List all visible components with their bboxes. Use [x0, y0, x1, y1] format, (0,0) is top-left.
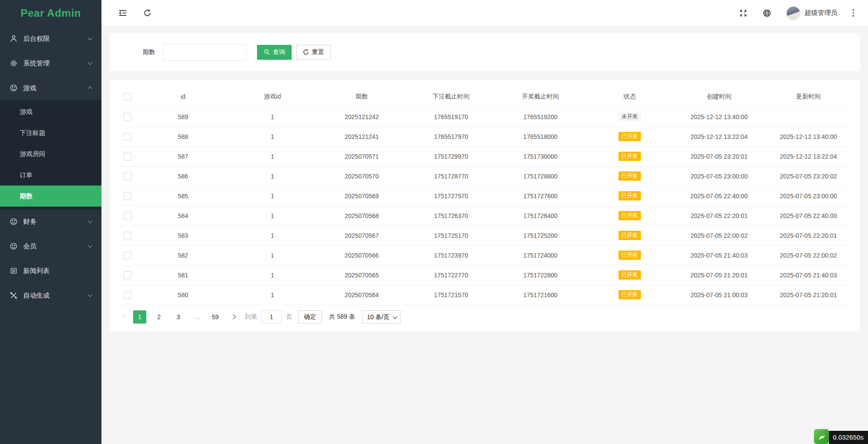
sidebar-item-members[interactable]: 会员	[0, 234, 101, 258]
cell-status: 已开奖	[585, 186, 674, 206]
cell-bet-deadline: 1751722770	[406, 265, 495, 285]
chevron-down-icon	[87, 218, 92, 223]
data-table: id 游戏id 期数 下注截止时间 开奖截止时间 状态 创建时间 更新时间	[116, 87, 853, 305]
gear-icon	[10, 59, 18, 68]
cell-draw-deadline: 1751730000	[496, 146, 585, 166]
row-checkbox[interactable]	[123, 192, 131, 200]
cell-bet-deadline: 1751725170	[406, 226, 495, 245]
status-badge: 已开奖	[618, 191, 641, 200]
cell-game-id: 1	[228, 226, 317, 245]
sidebar-item-auto-generate[interactable]: 自动生成	[0, 283, 101, 308]
select-all-checkbox[interactable]	[123, 93, 131, 101]
row-checkbox[interactable]	[123, 113, 131, 121]
page-button[interactable]: 1	[133, 310, 146, 324]
cell-id: 582	[138, 245, 228, 265]
page-ellipsis: ...	[191, 310, 204, 324]
cell-status: 已开奖	[585, 285, 674, 305]
chevron-down-icon	[87, 35, 92, 40]
cell-updated-time: 2025-07-05 22:00:02	[764, 245, 853, 265]
cell-created-time: 2025-07-05 23:20:01	[674, 146, 763, 166]
cell-updated-time: 2025-07-05 21:40:03	[764, 265, 853, 285]
sidebar-item-label: 后台权限	[23, 35, 88, 43]
jump-page-input[interactable]	[261, 310, 282, 324]
sidebar-item-label: 财务	[23, 218, 88, 226]
query-button[interactable]: 查询	[257, 45, 292, 60]
sidebar-subitem-periods[interactable]: 期数	[0, 186, 101, 207]
page-size-select[interactable]: 10 条/页	[362, 310, 400, 324]
tools-icon	[10, 291, 18, 300]
sidebar-item-finance[interactable]: 财务	[0, 209, 101, 234]
cell-period: 2025070570	[317, 166, 406, 186]
cell-id: 586	[138, 166, 228, 186]
cell-period: 2025070571	[317, 146, 406, 166]
table-row: 585 1 2025070569 1751727570 1751727600 已…	[116, 186, 853, 206]
reset-icon	[303, 49, 309, 55]
row-checkbox[interactable]	[123, 153, 131, 160]
row-checkbox[interactable]	[123, 212, 131, 220]
cell-draw-deadline: 1765519200	[496, 107, 585, 127]
cell-bet-deadline: 1751721570	[406, 285, 495, 305]
cell-bet-deadline: 1765519170	[406, 107, 495, 127]
page-button[interactable]: 2	[152, 310, 166, 324]
row-checkbox[interactable]	[123, 271, 131, 279]
thinkphp-logo-icon[interactable]	[814, 429, 829, 444]
sidebar-item-system-management[interactable]: 系统管理	[0, 51, 101, 76]
sidebar-item-label: 新闻列表	[23, 267, 92, 275]
refresh-icon[interactable]	[143, 9, 152, 17]
cell-bet-deadline: 1751723970	[406, 245, 495, 265]
status-badge: 未开奖	[618, 112, 641, 121]
cell-created-time: 2025-12-12 13:22:04	[674, 127, 763, 146]
cell-id: 589	[138, 107, 228, 127]
cell-draw-deadline: 1751725200	[496, 226, 585, 245]
user-menu[interactable]: 超级管理员	[786, 6, 838, 20]
period-input[interactable]	[163, 44, 246, 61]
chevron-down-icon	[393, 314, 397, 319]
reset-button[interactable]: 重置	[296, 45, 331, 60]
language-globe-icon[interactable]	[763, 9, 771, 18]
sidebar-item-backend-permissions[interactable]: 后台权限	[0, 26, 101, 51]
sidebar-subitem-bet-title[interactable]: 下注标题	[0, 122, 101, 143]
confirm-jump-button[interactable]: 确定	[298, 310, 322, 324]
cell-draw-deadline: 1751728800	[496, 166, 585, 186]
page-button[interactable]: 59	[209, 310, 222, 324]
sidebar-subitem-orders[interactable]: 订单	[0, 164, 101, 186]
row-checkbox[interactable]	[123, 172, 131, 180]
sidebar-subitem-game-room[interactable]: 游戏房间	[0, 143, 101, 164]
cell-updated-time	[764, 107, 853, 127]
cell-id: 587	[138, 146, 228, 166]
column-header: 创建时间	[674, 87, 763, 107]
cell-draw-deadline: 1765518000	[496, 127, 585, 146]
cell-status: 已开奖	[585, 226, 674, 245]
row-checkbox[interactable]	[123, 232, 131, 240]
period-field-label: 期数	[143, 48, 155, 56]
cell-draw-deadline: 1751727600	[496, 186, 585, 206]
row-checkbox[interactable]	[123, 133, 131, 141]
fullscreen-icon[interactable]	[739, 9, 748, 18]
page-button[interactable]: 3	[172, 310, 185, 324]
cell-bet-deadline: 1765517970	[406, 127, 495, 146]
search-icon	[264, 49, 270, 55]
cell-created-time: 2025-07-05 22:40:00	[674, 186, 763, 206]
cell-draw-deadline: 1751724000	[496, 245, 585, 265]
cell-draw-deadline: 1751726400	[496, 206, 585, 226]
total-count-label: 共 589 条	[329, 313, 355, 321]
cell-id: 581	[138, 265, 228, 285]
row-checkbox[interactable]	[123, 291, 131, 299]
row-checkbox[interactable]	[123, 251, 131, 259]
cell-created-time: 2025-07-05 22:00:02	[674, 226, 763, 245]
column-header: 状态	[585, 87, 674, 107]
prev-page-button[interactable]	[120, 310, 130, 324]
table-row: 587 1 2025070571 1751729970 1751730000 已…	[116, 146, 853, 166]
sidebar-subitem-game[interactable]: 游戏	[0, 101, 101, 122]
status-badge: 已开奖	[618, 211, 641, 220]
main-area: 超级管理员 期数 查询 重置	[101, 0, 868, 444]
column-header: 开奖截止时间	[496, 87, 585, 107]
more-menu-icon[interactable]	[851, 7, 856, 18]
collapse-sidebar-icon[interactable]	[118, 9, 127, 17]
topbar-right: 超级管理员	[724, 6, 856, 20]
sidebar-item-news-list[interactable]: 新闻列表	[0, 258, 101, 283]
next-page-button[interactable]	[228, 310, 238, 324]
chevron-up-icon	[87, 86, 92, 91]
sidebar-item-games[interactable]: 游戏	[0, 76, 101, 100]
cell-period: 2025121241	[317, 127, 406, 146]
